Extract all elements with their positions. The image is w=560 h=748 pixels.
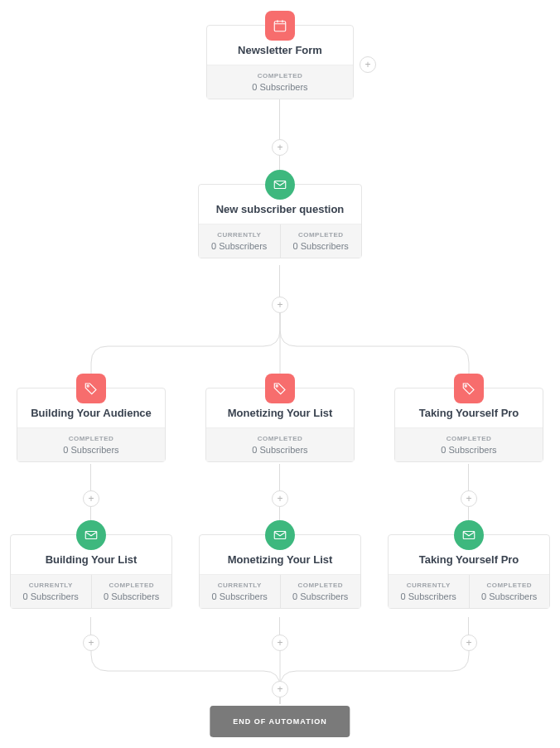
stat-completed: COMPLETED0 Subscribers xyxy=(280,224,362,258)
stat-completed: COMPLETED0 Subscribers xyxy=(280,575,361,608)
node-mail-pro[interactable]: Taking Yourself Pro CURRENTLY0 Subscribe… xyxy=(388,534,550,609)
tag-icon xyxy=(454,374,484,403)
mail-icon xyxy=(454,520,484,550)
add-step-button[interactable]: + xyxy=(272,139,288,156)
svg-rect-5 xyxy=(85,532,97,539)
add-step-button[interactable]: + xyxy=(272,681,288,697)
node-tag-pro[interactable]: Taking Yourself Pro COMPLETED0 Subscribe… xyxy=(394,388,543,462)
tag-icon xyxy=(76,374,106,403)
end-of-automation: END OF AUTOMATION xyxy=(210,706,350,737)
svg-point-3 xyxy=(276,385,278,387)
svg-rect-1 xyxy=(274,181,286,189)
svg-point-2 xyxy=(87,385,89,387)
form-icon xyxy=(265,11,295,41)
node-tag-audience[interactable]: Building Your Audience COMPLETED0 Subscr… xyxy=(17,388,166,462)
mail-icon xyxy=(76,520,106,550)
node-mail-list[interactable]: Building Your List CURRENTLY0 Subscriber… xyxy=(10,534,172,609)
stat-completed: COMPLETED0 Subscribers xyxy=(17,428,165,461)
mail-icon xyxy=(265,520,295,550)
add-step-button[interactable]: + xyxy=(83,490,99,507)
stat-currently: CURRENTLY0 Subscribers xyxy=(200,575,280,608)
add-branch-button[interactable]: + xyxy=(360,56,376,73)
svg-rect-6 xyxy=(274,532,286,539)
add-step-button[interactable]: + xyxy=(272,490,288,507)
add-step-button[interactable]: + xyxy=(83,635,99,651)
stat-completed: COMPLETED0 Subscribers xyxy=(395,428,543,461)
node-question[interactable]: New subscriber question CURRENTLY0 Subsc… xyxy=(198,184,362,258)
stat-currently: CURRENTLY0 Subscribers xyxy=(11,575,91,608)
add-step-button[interactable]: + xyxy=(461,490,477,507)
svg-rect-7 xyxy=(463,532,475,539)
stat-completed: COMPLETED0 Subscribers xyxy=(469,575,550,608)
mail-icon xyxy=(265,170,295,200)
stat-currently: CURRENTLY0 Subscribers xyxy=(389,575,469,608)
stat-completed: COMPLETED0 Subscribers xyxy=(206,428,354,461)
add-step-button[interactable]: + xyxy=(272,297,288,313)
tag-icon xyxy=(265,374,295,403)
node-mail-monetize[interactable]: Monetizing Your List CURRENTLY0 Subscrib… xyxy=(199,534,361,609)
stat-completed: COMPLETED 0 Subscribers xyxy=(207,65,353,99)
stat-completed: COMPLETED0 Subscribers xyxy=(91,575,172,608)
svg-point-4 xyxy=(465,385,466,387)
add-step-button[interactable]: + xyxy=(272,635,288,651)
node-tag-monetize[interactable]: Monetizing Your List COMPLETED0 Subscrib… xyxy=(205,388,355,462)
add-step-button[interactable]: + xyxy=(461,635,477,651)
svg-rect-0 xyxy=(274,22,286,31)
stat-currently: CURRENTLY0 Subscribers xyxy=(199,224,280,258)
node-newsletter-form[interactable]: Newsletter Form COMPLETED 0 Subscribers xyxy=(206,25,354,99)
